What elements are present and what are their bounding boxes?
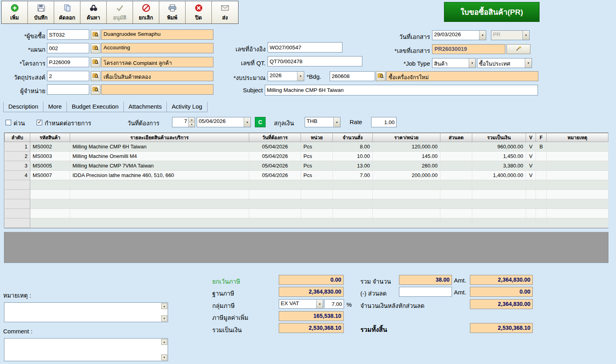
tab-more[interactable]: More	[43, 102, 67, 112]
scroll-up-icon[interactable]: ▲	[161, 339, 167, 345]
qt-no-label: เลขที่ QT.	[207, 58, 266, 68]
lookup-icon	[92, 72, 99, 80]
apply-date-button[interactable]: C	[255, 117, 266, 127]
requester-lookup-button[interactable]	[91, 30, 100, 40]
add-button[interactable]: เพิ่ม	[2, 1, 28, 23]
table-row[interactable]	[5, 218, 608, 228]
tax-rate-input[interactable]	[324, 299, 344, 309]
budget-year-select[interactable]: 2026 ▼	[268, 71, 304, 81]
column-header[interactable]: V	[526, 133, 536, 142]
bdg-code-input[interactable]	[330, 71, 375, 81]
qt-no-input[interactable]	[268, 56, 362, 66]
reference-input[interactable]	[268, 42, 342, 53]
required-date-picker[interactable]: 05/04/2026 ▼	[197, 117, 251, 127]
table-row[interactable]	[5, 209, 608, 218]
column-header[interactable]: ราคา/หน่วย	[373, 133, 440, 142]
column-header[interactable]: ส่วนลด	[440, 133, 472, 142]
chevron-down-icon[interactable]: ▼	[297, 72, 304, 81]
tax-group-select[interactable]: EX VAT ▼	[279, 299, 323, 309]
send-button[interactable]: ส่ง	[212, 1, 238, 23]
column-header[interactable]: ลำดับ	[5, 133, 30, 142]
column-header[interactable]: จำนวนสั่ง	[333, 133, 373, 142]
vendor-code-input[interactable]	[47, 84, 89, 95]
rate-input[interactable]	[371, 117, 397, 127]
cell-date	[249, 209, 301, 218]
cell-no: 3	[5, 161, 30, 171]
table-row[interactable]	[5, 180, 608, 190]
purchase-type-select[interactable]: ซื้อในประเทศ ▼	[477, 58, 532, 68]
cell-description	[70, 199, 249, 209]
per-line-checkbox[interactable]	[37, 120, 42, 125]
table-row[interactable]	[5, 190, 608, 199]
tax-exempt-value: 0.00	[279, 275, 344, 285]
save-button[interactable]: บันทึก	[28, 1, 54, 23]
purpose-code-input[interactable]	[47, 71, 89, 81]
discount-label: (-) ส่วนลด	[360, 289, 387, 298]
doc-date-picker[interactable]: 29/03/2026 ▼	[432, 30, 486, 40]
chevron-down-icon[interactable]: ▼	[333, 117, 340, 127]
chevron-down-icon[interactable]: ▼	[244, 117, 250, 127]
currency-select[interactable]: THB ▼	[305, 117, 340, 127]
chevron-down-icon: ▼	[522, 31, 529, 40]
required-days-stepper[interactable]: 7 ▲▼	[172, 117, 195, 127]
cell-remark	[547, 218, 608, 228]
items-table: ลำดับรหัสสินค้ารายละเอียดสินค้าและบริการ…	[4, 133, 608, 228]
table-row[interactable]: 3MS0005Milling Machine CMP 7VMA Taiwan05…	[5, 161, 608, 171]
search-button[interactable]: ค้นหา	[80, 1, 107, 23]
column-header[interactable]: F	[536, 133, 547, 142]
project-lookup-button[interactable]	[91, 57, 100, 67]
close-button[interactable]: ปิด	[186, 1, 212, 23]
comment-textarea[interactable]: ▲ ▼	[4, 338, 168, 361]
tax-base-label: ฐานภาษี	[212, 289, 234, 298]
cell-amount: 1,400,000.00	[472, 171, 526, 180]
remark-textarea[interactable]: ▲ ▼	[4, 302, 168, 322]
chevron-down-icon[interactable]: ▼	[479, 31, 486, 40]
tab-activity-log[interactable]: Activity Log	[167, 102, 207, 112]
spin-up-icon[interactable]: ▲	[189, 117, 195, 122]
department-lookup-button[interactable]	[91, 43, 100, 53]
run-number-button[interactable]	[506, 44, 530, 54]
spin-down-icon[interactable]: ▼	[189, 122, 195, 127]
column-header[interactable]: รวมเป็นเงิน	[472, 133, 526, 142]
requester-code-input[interactable]	[47, 29, 89, 40]
chevron-down-icon[interactable]: ▼	[525, 58, 532, 68]
print-button[interactable]: พิมพ์	[159, 1, 186, 23]
job-type-select[interactable]: สินค้า ▼	[432, 58, 476, 68]
subject-input[interactable]	[265, 85, 538, 95]
cell-amount	[472, 190, 526, 199]
tab-attachments[interactable]: Attachments	[124, 102, 167, 112]
cell-f	[536, 209, 547, 218]
scroll-up-icon[interactable]: ▲	[161, 303, 167, 309]
table-row[interactable]: 1MS0002Milling Machine CMP 6H Taiwan05/0…	[5, 142, 608, 152]
cancel-button[interactable]: ยกเลิก	[133, 1, 159, 23]
cell-price: 145.00	[373, 152, 440, 161]
department-code-input[interactable]	[47, 43, 89, 53]
cell-v	[526, 199, 536, 209]
column-header[interactable]: วันที่ต้องการ	[249, 133, 301, 142]
table-row[interactable]: 4MS0007IDDA Precision lathe machine 460,…	[5, 171, 608, 180]
table-row[interactable]	[5, 199, 608, 209]
bdg-lookup-button[interactable]	[376, 71, 385, 81]
scroll-down-icon[interactable]: ▼	[161, 354, 167, 360]
purpose-name-display: เพื่อเป็นสินค้าทดลอง	[101, 71, 213, 81]
grand-total-value: 2,530,368.10	[470, 323, 533, 333]
column-header[interactable]: หมายเหตุ	[547, 133, 608, 142]
column-header[interactable]: รหัสสินค้า	[30, 133, 70, 142]
project-code-input[interactable]	[47, 57, 89, 67]
column-header[interactable]: รายละเอียดสินค้าและบริการ	[70, 133, 249, 142]
column-header[interactable]: หน่วย	[301, 133, 333, 142]
cell-description: IDDA Precision lathe machine 460, 510, 6…	[70, 171, 249, 180]
copy-button[interactable]: คัดลอก	[54, 1, 80, 23]
tab-description[interactable]: Description	[3, 102, 43, 112]
lookup-icon	[92, 45, 99, 52]
scroll-down-icon[interactable]: ▼	[161, 315, 167, 321]
close-button-label: ปิด	[195, 14, 202, 22]
discount-input[interactable]	[399, 287, 452, 297]
vendor-lookup-button[interactable]	[91, 85, 100, 95]
table-row[interactable]: 2MS0003Milling Machine Onemilli M405/04/…	[5, 152, 608, 161]
urgent-checkbox[interactable]	[6, 120, 11, 125]
purpose-lookup-button[interactable]	[91, 71, 100, 81]
tab-budget-execution[interactable]: Budget Execution	[67, 102, 124, 112]
chevron-down-icon[interactable]: ▼	[469, 58, 475, 68]
chevron-down-icon[interactable]: ▼	[316, 300, 323, 308]
